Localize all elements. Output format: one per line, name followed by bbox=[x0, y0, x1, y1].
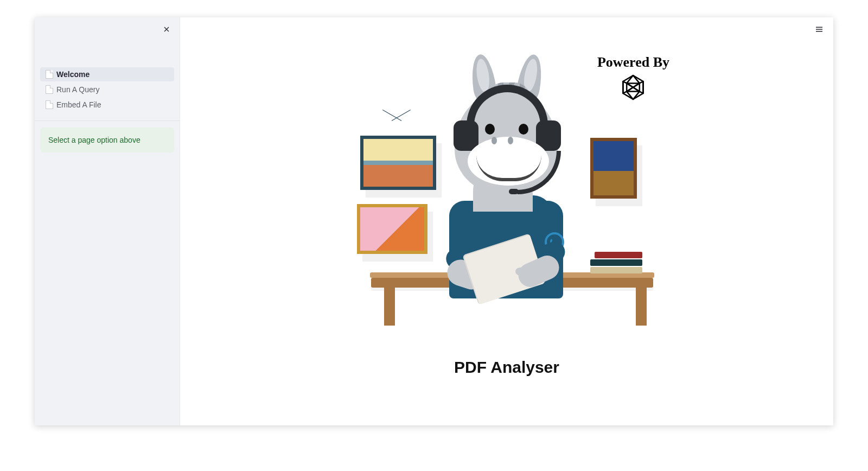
desk-leg-right bbox=[636, 288, 647, 326]
desk-leg-left bbox=[384, 288, 395, 326]
svg-marker-4 bbox=[627, 87, 640, 99]
openai-logo-icon bbox=[618, 73, 648, 104]
hero-illustration: Powered By bbox=[349, 54, 664, 326]
sidebar-hint: Select a page option above bbox=[40, 128, 174, 152]
page-icon bbox=[46, 100, 53, 109]
divider bbox=[35, 120, 180, 121]
sidebar-item-label: Welcome bbox=[56, 70, 90, 79]
page-title: PDF Analyser bbox=[454, 358, 559, 377]
wall-frame-2 bbox=[590, 138, 637, 199]
mascot-donkey bbox=[431, 71, 577, 298]
sidebar-item-label: Embed A File bbox=[56, 100, 101, 109]
book-stack bbox=[590, 251, 642, 273]
sidebar-item-label: Run A Query bbox=[56, 85, 99, 94]
powered-by-block: Powered By bbox=[597, 54, 669, 104]
sidebar-item-embed-a-file[interactable]: Embed A File bbox=[40, 98, 174, 112]
sidebar-nav: Welcome Run A Query Embed A File bbox=[35, 67, 180, 112]
powered-by-label: Powered By bbox=[597, 54, 669, 71]
svg-marker-1 bbox=[627, 75, 640, 87]
sidebar-item-run-a-query[interactable]: Run A Query bbox=[40, 82, 174, 97]
page-icon bbox=[46, 85, 53, 94]
close-icon bbox=[162, 25, 171, 36]
main-menu-button[interactable] bbox=[813, 24, 826, 37]
app-window: Welcome Run A Query Embed A File Select … bbox=[35, 17, 833, 425]
sidebar-item-welcome[interactable]: Welcome bbox=[40, 67, 174, 81]
page-icon bbox=[46, 70, 53, 79]
wall-frame-3 bbox=[357, 204, 427, 254]
sidebar: Welcome Run A Query Embed A File Select … bbox=[35, 17, 180, 425]
hint-text: Select a page option above bbox=[48, 136, 141, 144]
svg-marker-6 bbox=[627, 87, 640, 92]
main-content: Powered By bbox=[180, 17, 833, 425]
wall-frame-1 bbox=[360, 136, 436, 190]
hamburger-icon bbox=[814, 24, 824, 36]
picture-hook bbox=[396, 120, 397, 136]
sidebar-close-button[interactable] bbox=[158, 22, 175, 39]
